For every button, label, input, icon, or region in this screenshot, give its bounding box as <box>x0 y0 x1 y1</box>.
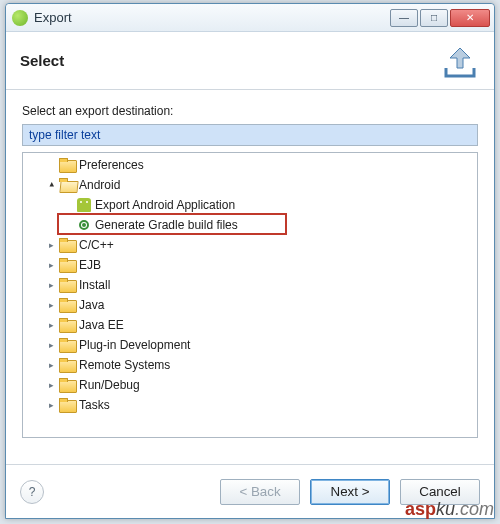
filter-input[interactable] <box>22 124 478 146</box>
android-icon <box>77 198 91 212</box>
tree-item-label: Plug-in Development <box>79 338 190 352</box>
tree-item-label: Export Android Application <box>95 198 235 212</box>
collapse-icon[interactable]: ▾ <box>45 180 57 190</box>
expand-icon[interactable]: ▸ <box>45 320 57 330</box>
expand-icon[interactable]: ▸ <box>45 380 57 390</box>
tree-item[interactable]: Export Android Application <box>23 195 477 215</box>
tree-item[interactable]: ▸Tasks <box>23 395 477 415</box>
folder-icon <box>59 158 75 172</box>
folder-icon <box>59 298 75 312</box>
tree-item[interactable]: ▸EJB <box>23 255 477 275</box>
tree-item[interactable]: ▸Install <box>23 275 477 295</box>
tree-item-label: Remote Systems <box>79 358 170 372</box>
folder-icon <box>59 318 75 332</box>
back-button[interactable]: < Back <box>220 479 300 505</box>
expand-icon[interactable]: ▸ <box>45 240 57 250</box>
folder-icon <box>59 258 75 272</box>
export-dialog: Export — □ ✕ Select Select an export des… <box>5 3 495 519</box>
watermark: aspku.com <box>405 499 494 520</box>
tree-item-label: C/C++ <box>79 238 114 252</box>
tree-item-label: EJB <box>79 258 101 272</box>
expand-icon[interactable]: ▸ <box>45 360 57 370</box>
help-button[interactable]: ? <box>20 480 44 504</box>
destination-label: Select an export destination: <box>22 104 478 118</box>
tree-item-label: Preferences <box>79 158 144 172</box>
folder-icon <box>59 238 75 252</box>
tree-item[interactable]: ▸Run/Debug <box>23 375 477 395</box>
tree-item[interactable]: ▸Remote Systems <box>23 355 477 375</box>
tree-item[interactable]: Preferences <box>23 155 477 175</box>
wizard-body: Select an export destination: Preference… <box>6 90 494 438</box>
export-icon <box>440 42 480 80</box>
tree-item[interactable]: ▸Java <box>23 295 477 315</box>
maximize-button[interactable]: □ <box>420 9 448 27</box>
expand-icon[interactable]: ▸ <box>45 300 57 310</box>
tree-item[interactable]: Generate Gradle build files <box>23 215 477 235</box>
tree-item-label: Install <box>79 278 110 292</box>
eclipse-icon <box>12 10 28 26</box>
next-button[interactable]: Next > <box>310 479 390 505</box>
titlebar[interactable]: Export — □ ✕ <box>6 4 494 32</box>
expand-icon[interactable]: ▸ <box>45 340 57 350</box>
tree-item[interactable]: ▸Plug-in Development <box>23 335 477 355</box>
tree-item[interactable]: ▸C/C++ <box>23 235 477 255</box>
tree-item-label: Run/Debug <box>79 378 140 392</box>
tree-item[interactable]: ▾Android <box>23 175 477 195</box>
folder-icon <box>59 178 75 192</box>
close-button[interactable]: ✕ <box>450 9 490 27</box>
tree-item-label: Java EE <box>79 318 124 332</box>
folder-icon <box>59 378 75 392</box>
wizard-header: Select <box>6 32 494 90</box>
folder-icon <box>59 278 75 292</box>
tree-item-label: Java <box>79 298 104 312</box>
gradle-icon <box>77 218 91 232</box>
tree-item-label: Generate Gradle build files <box>95 218 238 232</box>
expand-icon[interactable]: ▸ <box>45 400 57 410</box>
folder-icon <box>59 338 75 352</box>
tree-item-label: Tasks <box>79 398 110 412</box>
folder-icon <box>59 358 75 372</box>
window-title: Export <box>34 10 390 25</box>
expand-icon[interactable]: ▸ <box>45 260 57 270</box>
window-controls: — □ ✕ <box>390 9 490 27</box>
folder-icon <box>59 398 75 412</box>
minimize-button[interactable]: — <box>390 9 418 27</box>
export-tree[interactable]: Preferences▾AndroidExport Android Applic… <box>22 152 478 438</box>
expand-icon[interactable]: ▸ <box>45 280 57 290</box>
tree-item-label: Android <box>79 178 120 192</box>
page-title: Select <box>20 52 440 69</box>
tree-item[interactable]: ▸Java EE <box>23 315 477 335</box>
